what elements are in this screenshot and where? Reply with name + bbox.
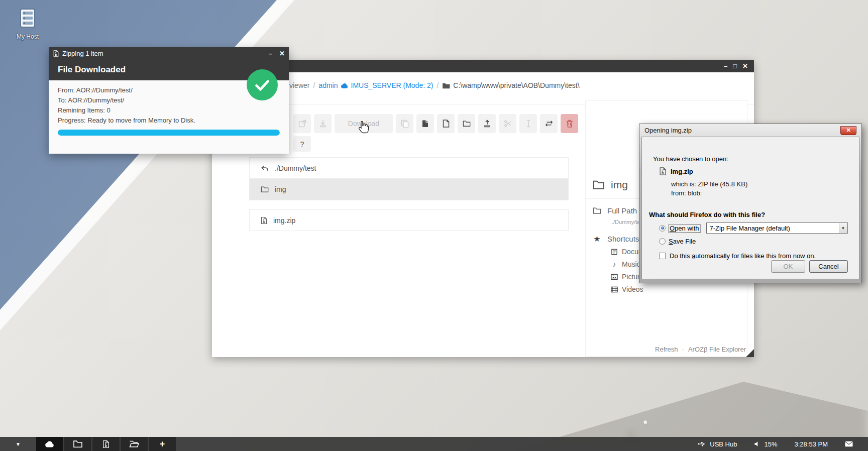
clock[interactable]: 3:28:53 PM: [795, 440, 828, 448]
download-button[interactable]: Download: [335, 114, 393, 133]
desktop-icon-my-host[interactable]: My Host: [7, 7, 48, 40]
to-line: To: AOR://Dummy/test/: [58, 95, 280, 105]
maximize-icon[interactable]: □: [733, 63, 737, 69]
taskbar-item-open-folder[interactable]: [121, 437, 148, 451]
wall-screw: [643, 420, 648, 425]
check-icon: [254, 76, 271, 93]
folder-icon: [593, 207, 601, 214]
cut-button[interactable]: [499, 114, 516, 133]
save-file-label[interactable]: Save File: [669, 238, 696, 245]
mail-tray-item[interactable]: [845, 440, 853, 447]
plus-icon: +: [160, 439, 165, 448]
rename-button[interactable]: [519, 114, 537, 133]
zipping-titlebar[interactable]: Zipping 1 item – ✕: [49, 47, 289, 59]
taskbar-item-zip[interactable]: [92, 437, 120, 451]
progress-bar-fill: [58, 130, 280, 136]
star-icon: ★: [593, 234, 601, 244]
help-button[interactable]: ?: [293, 136, 311, 152]
progress-line: Progress: Ready to move from Memory to D…: [58, 116, 280, 126]
file-row-img-folder[interactable]: img: [249, 179, 569, 200]
breadcrumb-separator: /: [437, 81, 439, 89]
breadcrumb: viewer / admin IMUS_SERVER (Mode: 2) / C…: [212, 72, 754, 98]
resize-handle[interactable]: [746, 349, 754, 357]
explorer-footer: Refresh · ArOZβ File Explorer: [655, 346, 746, 353]
file-row-img-zip[interactable]: img.zip: [249, 209, 569, 231]
swap-icon: [545, 120, 553, 128]
selected-application: 7-Zip File Manager (default): [707, 224, 839, 232]
breadcrumb-viewer[interactable]: viewer: [289, 81, 309, 89]
file-row-parent-dir[interactable]: ./Dummy/test: [249, 157, 569, 179]
dialog-file-row: img.zip: [659, 167, 693, 175]
cloud-icon: [341, 82, 349, 89]
paste-button[interactable]: [416, 114, 434, 133]
back-arrow-icon: [261, 164, 269, 172]
minimize-icon[interactable]: –: [269, 50, 272, 57]
folder-filled-icon: [442, 82, 450, 89]
open-with-label[interactable]: Open with: [669, 224, 700, 232]
zipping-window: Zipping 1 item – ✕ File Downloaded From:…: [49, 47, 289, 154]
file-source-line: from: blob:: [671, 189, 702, 197]
success-badge: [247, 69, 278, 100]
close-icon[interactable]: ✕: [742, 63, 748, 69]
new-folder-icon: [463, 120, 471, 128]
do-automatically-label[interactable]: Do this automatically for files like thi…: [670, 252, 816, 260]
trash-icon: [566, 120, 574, 128]
dialog-intro: You have chosen to open:: [653, 155, 728, 163]
close-icon[interactable]: ✕: [279, 50, 285, 57]
delete-button[interactable]: [561, 114, 578, 133]
zip-file-icon: [659, 167, 667, 175]
close-icon[interactable]: ✕: [840, 126, 856, 135]
zip-file-icon: [102, 440, 110, 448]
chevron-down-icon: ▼: [16, 441, 21, 447]
breadcrumb-admin[interactable]: admin IMUS_SERVER (Mode: 2): [318, 81, 433, 89]
do-automatically-checkbox[interactable]: [659, 253, 666, 259]
folder-icon: [261, 185, 269, 193]
clock-label: 3:28:53 PM: [795, 440, 828, 448]
music-icon: ♪: [611, 261, 618, 268]
taskbar-item-folder[interactable]: [64, 437, 91, 451]
opening-file-dialog: Opening img.zip ✕ You have chosen to ope…: [639, 124, 862, 283]
chevron-down-icon: ▼: [839, 223, 847, 233]
file-label: img: [275, 185, 286, 193]
upload-button[interactable]: [478, 114, 496, 133]
save-file-radio[interactable]: [659, 238, 666, 245]
open-with-select[interactable]: 7-Zip File Manager (default) ▼: [706, 222, 848, 234]
file-type-line: which is: ZIP file (45.8 KB): [671, 180, 747, 188]
folder-icon: [593, 179, 605, 190]
explorer-titlebar[interactable]: – □ ✕: [212, 60, 754, 72]
cancel-button[interactable]: Cancel: [809, 260, 848, 273]
external-link-button[interactable]: [293, 114, 311, 133]
file-list: ./Dummy/test img img.zip: [249, 157, 569, 231]
file-label: ./Dummy/test: [275, 164, 316, 172]
dialog-titlebar[interactable]: Opening img.zip ✕: [641, 124, 859, 137]
usb-label: USB Hub: [710, 440, 737, 448]
copy-button[interactable]: [396, 114, 413, 133]
footer-separator: ·: [682, 346, 684, 353]
taskbar-item-cloud[interactable]: [36, 437, 63, 451]
taskbar-item-add[interactable]: +: [149, 437, 176, 451]
ok-button[interactable]: OK: [771, 260, 805, 273]
shortcut-videos[interactable]: Videos: [611, 285, 740, 293]
host-icon: [17, 7, 39, 29]
speaker-icon: [754, 440, 760, 447]
new-file-button[interactable]: [437, 114, 455, 133]
dialog-question: What should Firefox do with this file?: [649, 211, 765, 218]
usb-tray-item[interactable]: USB Hub: [698, 440, 737, 448]
download-icon-button[interactable]: [314, 114, 332, 133]
refresh-link[interactable]: Refresh: [655, 346, 678, 353]
breadcrumb-server: IMUS_SERVER (Mode: 2): [351, 81, 433, 89]
minimize-icon[interactable]: –: [724, 63, 727, 69]
external-link-icon: [298, 120, 306, 128]
volume-tray-item[interactable]: 15%: [754, 440, 777, 448]
upload-icon: [483, 120, 491, 128]
move-button[interactable]: [540, 114, 558, 133]
dialog-title: Opening img.zip: [644, 127, 692, 134]
scissors-icon: [504, 120, 512, 128]
new-file-icon: [442, 120, 450, 128]
taskbar-menu-button[interactable]: ▼: [0, 441, 36, 447]
open-with-radio[interactable]: [659, 225, 666, 232]
taskbar: ▼ + USB Hub 15% 3:28:53 PM: [0, 437, 868, 451]
download-icon: [319, 120, 327, 128]
new-folder-button[interactable]: [458, 114, 475, 133]
zipping-title: Zipping 1 item: [62, 50, 103, 57]
